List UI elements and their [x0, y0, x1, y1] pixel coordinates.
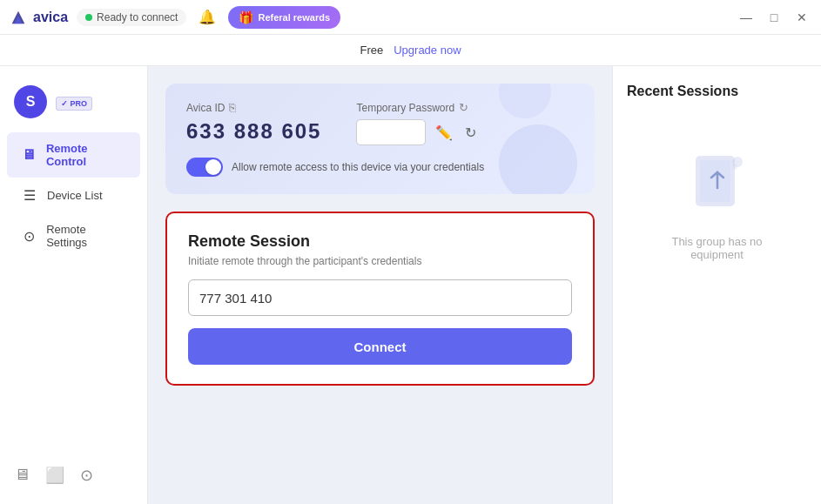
sidebar-label-device-list: Device List — [47, 189, 103, 202]
titlebar-right: — □ ✕ — [736, 7, 812, 28]
password-input[interactable] — [356, 119, 426, 145]
avica-id-value: 633 888 605 — [186, 119, 321, 144]
referral-label: Referal rewards — [258, 12, 330, 23]
avica-id-label: Avica ID ⎘ — [186, 101, 321, 114]
right-panel: Recent Sessions This group has no equipm… — [612, 66, 821, 504]
recent-sessions-title: Recent Sessions — [627, 84, 807, 99]
status-indicator: Ready to connect — [77, 9, 186, 26]
bottom-monitor-icon[interactable]: 🖥 — [14, 466, 30, 485]
titlebar-left: avica Ready to connect 🔔 🎁 Referal rewar… — [9, 5, 340, 29]
settings-icon: ⊙ — [21, 228, 37, 245]
remote-session-subtitle: Initiate remote through the participant'… — [188, 255, 572, 267]
maximize-button[interactable]: □ — [764, 7, 784, 28]
bottom-layout-icon[interactable]: ⬜ — [45, 466, 64, 485]
pro-badge-text: ✓ PRO — [56, 97, 92, 111]
sidebar: S ✓ PRO 🖥 Remote Control ☰ Device List ⊙… — [0, 66, 148, 504]
sidebar-item-device-list[interactable]: ☰ Device List — [7, 178, 140, 213]
minimize-button[interactable]: — — [736, 7, 757, 28]
sidebar-label-remote-settings: Remote Settings — [46, 223, 126, 249]
connect-button[interactable]: Connect — [188, 328, 572, 365]
gift-icon: 🎁 — [239, 10, 253, 24]
close-button[interactable]: ✕ — [791, 7, 812, 28]
refresh-icon[interactable]: ↻ — [459, 101, 468, 114]
avica-id-field: Avica ID ⎘ 633 888 605 — [186, 101, 321, 144]
referral-button[interactable]: 🎁 Referal rewards — [228, 6, 340, 29]
status-dot — [85, 14, 92, 21]
upgrade-link[interactable]: Upgrade now — [394, 44, 461, 57]
remote-session-box: Remote Session Initiate remote through t… — [165, 212, 595, 386]
toggle-thumb — [205, 159, 221, 175]
edit-password-button[interactable]: ✏️ — [433, 122, 455, 144]
empty-state: This group has no equipment — [627, 117, 807, 296]
avica-id-card: Avica ID ⎘ 633 888 605 Temporary Passwor… — [165, 84, 595, 194]
list-icon: ☰ — [21, 187, 38, 204]
logo-text: avica — [33, 10, 68, 25]
sidebar-item-remote-control[interactable]: 🖥 Remote Control — [7, 132, 140, 178]
sidebar-profile: S ✓ PRO — [0, 77, 147, 132]
temp-password-label: Temporary Password ↻ — [356, 101, 479, 114]
empty-icon — [687, 151, 748, 221]
bottom-check-icon[interactable]: ⊙ — [80, 466, 93, 485]
plan-label: Free — [360, 44, 383, 57]
remote-id-input[interactable] — [188, 279, 572, 316]
empty-text: This group has no equipment — [644, 235, 790, 261]
status-text: Ready to connect — [97, 11, 178, 24]
titlebar: avica Ready to connect 🔔 🎁 Referal rewar… — [0, 0, 821, 35]
svg-rect-3 — [700, 160, 730, 202]
pro-badge: ✓ PRO — [56, 94, 92, 110]
remote-access-toggle[interactable] — [186, 158, 223, 177]
logo: avica — [9, 8, 68, 27]
topbar: Free Upgrade now — [0, 35, 821, 66]
regenerate-password-button[interactable]: ↻ — [462, 122, 479, 144]
content-area: Avica ID ⎘ 633 888 605 Temporary Passwor… — [148, 66, 821, 504]
logo-icon — [9, 8, 28, 27]
main-layout: S ✓ PRO 🖥 Remote Control ☰ Device List ⊙… — [0, 66, 821, 504]
temp-password-field: Temporary Password ↻ ✏️ ↻ — [356, 101, 479, 145]
card-watermark — [499, 124, 577, 194]
remote-session-title: Remote Session — [188, 232, 572, 251]
sidebar-bottom: 🖥 ⬜ ⊙ — [0, 457, 147, 494]
temp-password-box: ✏️ ↻ — [356, 119, 479, 145]
notification-button[interactable]: 🔔 — [195, 5, 219, 29]
main-panel: Avica ID ⎘ 633 888 605 Temporary Passwor… — [148, 66, 612, 504]
svg-point-5 — [732, 165, 737, 170]
copy-icon[interactable]: ⎘ — [229, 101, 236, 114]
sidebar-item-remote-settings[interactable]: ⊙ Remote Settings — [7, 213, 140, 259]
sidebar-label-remote-control: Remote Control — [46, 142, 126, 168]
toggle-label: Allow remote access to this device via y… — [232, 161, 484, 173]
avatar: S — [14, 85, 47, 118]
monitor-icon: 🖥 — [21, 147, 37, 163]
